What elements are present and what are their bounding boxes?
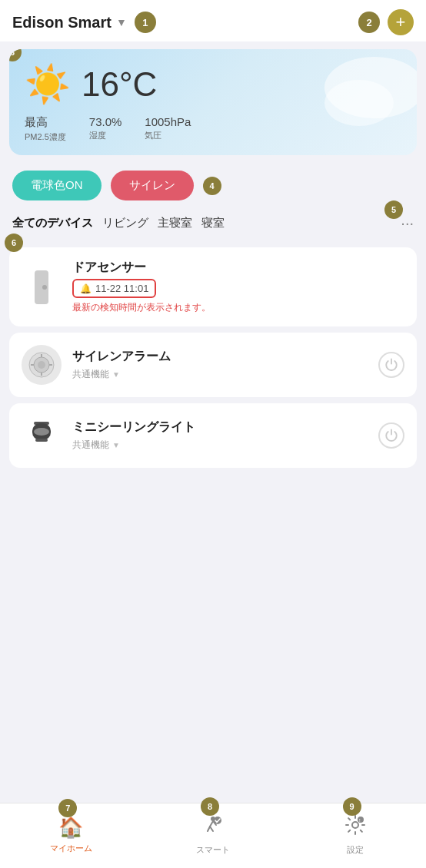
cloud-decoration2 xyxy=(324,80,394,126)
nav-item-smart[interactable]: 8 スマート xyxy=(182,811,244,856)
svg-point-17 xyxy=(352,822,358,828)
humidity-label: 湿度 xyxy=(89,130,122,141)
ceiling-arrow-icon: ▼ xyxy=(112,441,120,449)
siren-svg xyxy=(28,351,55,379)
badge-6: 6 xyxy=(5,234,23,252)
tab-master-bedroom[interactable]: 主寝室 xyxy=(158,213,201,234)
door-sensor-info: ドアセンサー 🔔 11-22 11:01 最新の検知時間が表示されます。 xyxy=(72,260,404,314)
svg-point-10 xyxy=(34,428,49,436)
device-card-door-sensor[interactable]: ドアセンサー 🔔 11-22 11:01 最新の検知時間が表示されます。 xyxy=(9,247,417,326)
device-list: 6 ドアセンサー 🔔 11-22 11:01 最新の検知時間が表示されます。 xyxy=(0,241,426,468)
badge-3: 3 xyxy=(9,49,22,61)
ceiling-light-sub: 共通機能 ▼ xyxy=(72,439,368,452)
siren-sub: 共通機能 ▼ xyxy=(72,368,368,381)
door-sensor-icon-wrap xyxy=(22,267,62,307)
device-card-siren[interactable]: サイレンアラーム 共通機能 ▼ xyxy=(9,333,417,397)
badge-5: 5 xyxy=(384,200,403,219)
sun-icon: ☀️ xyxy=(25,63,71,106)
badge-8: 8 xyxy=(201,797,219,816)
siren-button[interactable]: サイレン xyxy=(111,171,194,200)
dropdown-icon[interactable]: ▼ xyxy=(116,16,127,28)
svg-point-2 xyxy=(38,361,45,369)
badge-4: 4 xyxy=(203,177,221,195)
badge-7: 7 xyxy=(58,799,77,817)
bell-icon: 🔔 xyxy=(80,283,92,294)
tab-living[interactable]: リビング xyxy=(102,213,158,234)
temperature: 16°C xyxy=(82,65,157,104)
tabs-row: 全てのデバイス リビング 主寝室 寝室 ··· 5 xyxy=(0,208,426,237)
settings-svg: ! xyxy=(344,814,366,836)
nav-item-settings[interactable]: 9 ! 設定 xyxy=(324,811,386,856)
settings-icon: ! xyxy=(344,814,366,841)
ceiling-light-info: ミニシーリングライト 共通機能 ▼ xyxy=(72,419,368,452)
pm25-label: PM2.5濃度 xyxy=(25,131,66,143)
weather-card: ☀️ 16°C 最高 PM2.5濃度 73.0% 湿度 1005hPa 気圧 3 xyxy=(9,49,417,155)
notification-time: 11-22 11:01 xyxy=(95,283,148,294)
ceiling-light-icon-wrap xyxy=(22,416,62,456)
notification-hint: 最新の検知時間が表示されます。 xyxy=(72,301,404,314)
door-sensor-icon xyxy=(35,270,48,304)
siren-sub-label: 共通機能 xyxy=(72,368,109,381)
door-sensor-name: ドアセンサー xyxy=(72,260,404,276)
tab-all-devices[interactable]: 全てのデバイス xyxy=(12,213,102,234)
weather-stat-humidity: 73.0% 湿度 xyxy=(89,115,122,143)
siren-arrow-icon: ▼ xyxy=(112,370,120,379)
siren-icon-wrap xyxy=(22,345,62,385)
ceiling-power-button[interactable] xyxy=(378,422,404,449)
smart-label: スマート xyxy=(196,844,230,856)
bottom-nav: 7 🏠 マイホーム 8 スマート 9 xyxy=(0,803,426,868)
add-button[interactable]: + xyxy=(388,9,414,35)
header-left: Edison Smart ▼ 1 xyxy=(12,12,156,33)
badge-9: 9 xyxy=(343,797,361,816)
tab-bedroom[interactable]: 寝室 xyxy=(201,213,234,234)
nav-item-home[interactable]: 7 🏠 マイホーム xyxy=(40,813,102,854)
siren-icon xyxy=(22,345,62,385)
ceiling-light-svg xyxy=(22,416,62,456)
ceiling-light-name: ミニシーリングライト xyxy=(72,419,368,436)
siren-power-button[interactable] xyxy=(378,352,404,378)
notification-box: 🔔 11-22 11:01 xyxy=(72,279,156,298)
svg-line-12 xyxy=(210,821,213,827)
weather-stat-pressure: 1005hPa 気圧 xyxy=(145,115,191,143)
pressure-value: 1005hPa xyxy=(145,115,191,128)
pressure-label: 気圧 xyxy=(145,130,191,141)
smart-icon xyxy=(202,814,224,841)
humidity-value: 73.0% xyxy=(89,115,122,128)
badge-2: 2 xyxy=(358,12,380,33)
bulb-color-on-button[interactable]: 電球色ON xyxy=(12,171,102,200)
svg-line-15 xyxy=(210,827,213,831)
siren-info: サイレンアラーム 共通機能 ▼ xyxy=(72,349,368,381)
svg-rect-9 xyxy=(35,439,48,442)
quick-actions: 電球色ON サイレン 4 xyxy=(0,163,426,208)
smart-svg xyxy=(202,814,224,836)
home-icon: 🏠 xyxy=(58,816,83,840)
header: Edison Smart ▼ 1 2 + xyxy=(0,0,426,41)
home-label: マイホーム xyxy=(50,843,92,854)
siren-name: サイレンアラーム xyxy=(72,349,368,365)
app-title: Edison Smart xyxy=(12,14,111,31)
pm25-value: 最高 xyxy=(25,115,66,130)
device-card-ceiling-light[interactable]: ミニシーリングライト 共通機能 ▼ xyxy=(9,403,417,468)
tabs-more-button[interactable]: ··· xyxy=(401,214,414,232)
ceiling-sub-label: 共通機能 xyxy=(72,439,109,452)
settings-label: 設定 xyxy=(347,844,364,856)
weather-stat-pm25: 最高 PM2.5濃度 xyxy=(25,115,66,143)
badge-1: 1 xyxy=(135,12,156,33)
